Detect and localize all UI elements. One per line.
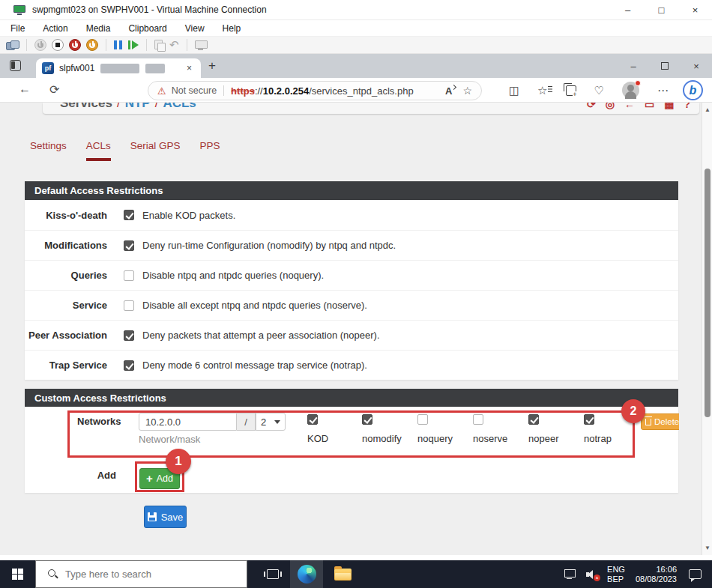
nomodify-checkbox[interactable]	[124, 240, 134, 251]
task-view-button[interactable]	[258, 560, 288, 588]
save-button-label: Save	[161, 512, 184, 523]
pause-icon[interactable]	[114, 40, 123, 49]
tab-settings[interactable]: Settings	[30, 140, 67, 151]
row-label: Kiss-o'-death	[25, 210, 124, 221]
notrap-checkbox[interactable]	[124, 360, 134, 371]
tab-acls[interactable]: ACLs	[86, 140, 111, 151]
menu-action[interactable]: Action	[43, 23, 78, 34]
row-label: Peer Association	[25, 330, 124, 341]
favorites-icon[interactable]: ☆	[537, 84, 547, 97]
read-aloud-icon[interactable]: A	[445, 85, 452, 97]
vm-close-button[interactable]: ×	[678, 0, 712, 20]
turn-off-icon[interactable]	[52, 39, 64, 51]
row-trap-service: Trap Service Deny mode 6 control message…	[25, 350, 678, 380]
breadcrumb: Services/NTP/ACLs	[60, 103, 196, 111]
breadcrumb-acls-link[interactable]: ACLs	[163, 103, 196, 110]
save-state-icon[interactable]	[86, 39, 98, 51]
panel-icon[interactable]: ▭	[645, 103, 654, 110]
vm-maximize-button[interactable]: □	[645, 0, 678, 20]
status-circle-icon[interactable]: ◎	[606, 103, 615, 110]
profile-avatar[interactable]	[622, 82, 639, 99]
browser-restore-button[interactable]	[649, 54, 681, 78]
language-indicator[interactable]: ENG BEP	[607, 565, 625, 584]
tab-close-icon[interactable]: ×	[184, 61, 195, 75]
row-label: Queries	[25, 270, 124, 281]
tab-pps[interactable]: PPS	[200, 140, 220, 151]
delete-button[interactable]: Delete	[641, 413, 679, 430]
menu-help[interactable]: Help	[223, 23, 252, 34]
keyboard-code: BEP	[607, 575, 625, 584]
noquery-checkbox[interactable]	[124, 270, 134, 281]
taskbar-explorer-button[interactable]	[326, 560, 359, 588]
start-icon[interactable]	[128, 40, 139, 49]
kod-checkbox[interactable]	[124, 210, 134, 220]
save-button[interactable]: Save	[144, 506, 187, 528]
action-center-icon[interactable]	[689, 569, 702, 579]
taskbar-edge-button[interactable]	[290, 560, 323, 588]
start-button[interactable]	[0, 560, 35, 588]
refresh-icon[interactable]: ⟳	[49, 82, 59, 97]
menu-view[interactable]: View	[185, 23, 215, 34]
scroll-down-icon[interactable]: ▼	[702, 545, 712, 551]
settings-more-icon[interactable]: ⋯	[657, 84, 669, 97]
browser-essentials-icon[interactable]: ♡	[594, 84, 604, 97]
bing-chat-icon[interactable]: b	[683, 80, 703, 100]
taskbar-clock[interactable]: 16:06 08/08/2023	[636, 565, 677, 584]
browser-navbar: ← ⟳ ⚠ Not secure https://10.2.0.254/serv…	[0, 78, 712, 103]
breadcrumb-services: Services	[60, 103, 112, 110]
tab-actions-menu-icon[interactable]	[10, 60, 21, 71]
scroll-up-icon[interactable]: ▲	[702, 106, 712, 113]
menu-file[interactable]: File	[10, 23, 35, 34]
menu-media[interactable]: Media	[86, 23, 121, 34]
browser-tab-slpfw001[interactable]: pf slpfw001 ×	[36, 58, 201, 78]
default-restrictions-header: Default Access Restrictions	[25, 181, 678, 200]
taskbar-search-box[interactable]	[35, 560, 247, 588]
help-icon[interactable]: ?	[684, 103, 690, 110]
url-host: 10.2.0.254	[263, 85, 309, 97]
browser-tabstrip: pf slpfw001 × + – ×	[0, 54, 712, 78]
redacted-block	[145, 64, 165, 73]
vm-connection-window: swpmgmt023 on SWPHV001 - Virtual Machine…	[0, 0, 712, 588]
split-screen-icon[interactable]: ◫	[509, 84, 519, 97]
browser-minimize-button[interactable]: –	[618, 54, 649, 78]
row-text: Disable ntpq and ntpdc queries (noquery)…	[142, 270, 324, 281]
vm-toolbar: ↶	[0, 37, 712, 54]
tab-serial-gps[interactable]: Serial GPS	[130, 140, 181, 151]
volume-muted-icon[interactable]: ×	[586, 569, 598, 580]
vm-minimize-button[interactable]: –	[611, 0, 645, 20]
row-text: Deny packets that attempt a peer associa…	[142, 330, 380, 341]
favorite-star-icon[interactable]: ☆	[462, 85, 472, 97]
network-tray-icon[interactable]	[564, 569, 577, 579]
refresh-status-icon[interactable]: ⟳	[587, 103, 596, 110]
notification-dot	[635, 80, 641, 86]
new-tab-button[interactable]: +	[208, 58, 216, 73]
checkpoint-icon	[154, 40, 164, 50]
delete-label: Delete	[654, 417, 679, 426]
shut-down-icon[interactable]	[69, 39, 81, 51]
row-service: Service Disable all except ntpq and ntpd…	[25, 290, 678, 320]
row-text: Enable KOD packets.	[142, 210, 235, 221]
browser-close-button[interactable]: ×	[681, 54, 712, 78]
annotation-badge-2: 2	[621, 399, 645, 423]
annotation-box-networks-row	[67, 410, 635, 458]
scrollbar-thumb[interactable]	[705, 169, 711, 417]
noserve-checkbox[interactable]	[124, 300, 134, 311]
grid-icon[interactable]: ▦	[664, 103, 674, 110]
tab-title: slpfw001	[59, 63, 94, 73]
address-bar[interactable]: ⚠ Not secure https://10.2.0.254/services…	[148, 81, 482, 100]
enhanced-session-icon[interactable]	[195, 40, 206, 50]
back-arrow-icon[interactable]: ←	[624, 103, 635, 110]
pfsense-header-icons: ⟳ ◎ ← ▭ ▦ ?	[587, 103, 690, 110]
nopeer-checkbox[interactable]	[124, 330, 134, 341]
ctrl-alt-del-icon[interactable]	[6, 40, 19, 50]
date: 08/08/2023	[636, 575, 677, 584]
row-text: Deny mode 6 control message trap service…	[142, 360, 367, 371]
search-input[interactable]	[65, 569, 215, 580]
back-icon[interactable]: ←	[19, 82, 31, 96]
breadcrumb-ntp-link[interactable]: NTP	[125, 103, 151, 110]
breadcrumb-bar: Services/NTP/ACLs ⟳ ◎ ← ▭ ▦ ?	[43, 103, 699, 114]
collections-icon[interactable]	[566, 85, 576, 96]
windows-logo-icon	[12, 569, 23, 580]
security-label[interactable]: Not secure	[172, 85, 217, 96]
menu-clipboard[interactable]: Clipboard	[128, 23, 177, 34]
